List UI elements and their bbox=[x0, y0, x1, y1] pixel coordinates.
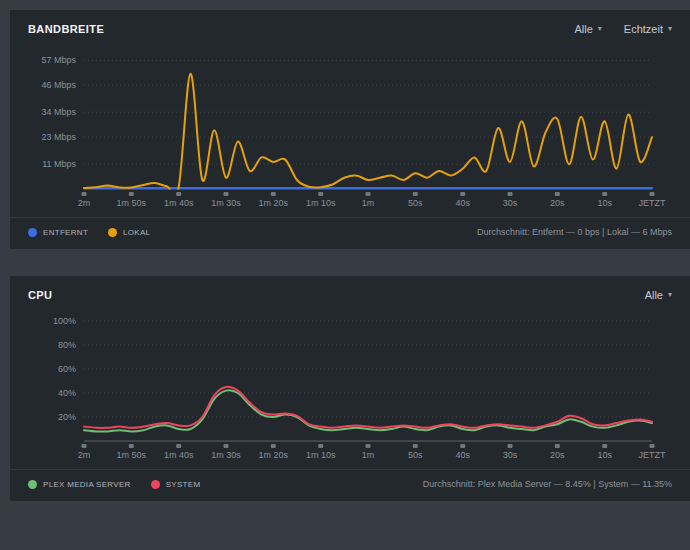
legend-label: PLEX MEDIA SERVER bbox=[43, 480, 131, 489]
svg-text:60%: 60% bbox=[58, 364, 76, 374]
cpu-panel-header: CPU Alle ▾ bbox=[10, 276, 690, 305]
svg-text:20s: 20s bbox=[550, 450, 565, 460]
cpu-legend: PLEX MEDIA SERVER SYSTEM bbox=[28, 480, 200, 489]
svg-text:1m 40s: 1m 40s bbox=[164, 450, 194, 460]
svg-text:11 Mbps: 11 Mbps bbox=[42, 159, 76, 169]
bandwidth-controls: Alle ▾ Echtzeit ▾ bbox=[574, 23, 672, 35]
legend-item-lokal: LOKAL bbox=[108, 228, 150, 237]
svg-text:1m: 1m bbox=[362, 198, 375, 208]
bandwidth-legend: ENTFERNT LOKAL bbox=[28, 228, 150, 237]
svg-text:1m 20s: 1m 20s bbox=[259, 450, 289, 460]
svg-text:2m: 2m bbox=[78, 450, 91, 460]
chevron-down-icon: ▾ bbox=[668, 25, 672, 33]
legend-dot bbox=[151, 480, 160, 489]
svg-text:1m 30s: 1m 30s bbox=[211, 450, 241, 460]
legend-item-system: SYSTEM bbox=[151, 480, 201, 489]
panel-title-cpu: CPU bbox=[28, 289, 52, 301]
svg-text:1m 10s: 1m 10s bbox=[306, 450, 336, 460]
legend-label: LOKAL bbox=[123, 228, 150, 237]
svg-text:10s: 10s bbox=[597, 198, 612, 208]
svg-text:1m 20s: 1m 20s bbox=[259, 198, 289, 208]
legend-dot bbox=[28, 480, 37, 489]
bandwidth-filter-dropdown[interactable]: Alle ▾ bbox=[574, 23, 601, 35]
svg-text:80%: 80% bbox=[58, 340, 76, 350]
dropdown-label: Alle bbox=[574, 23, 592, 35]
chevron-down-icon: ▾ bbox=[668, 291, 672, 299]
bandwidth-panel-footer: ENTFERNT LOKAL Durchschnitt: Entfernt — … bbox=[10, 217, 690, 249]
dropdown-label: Alle bbox=[645, 289, 663, 301]
svg-text:40%: 40% bbox=[58, 388, 76, 398]
cpu-panel-footer: PLEX MEDIA SERVER SYSTEM Durchschnitt: P… bbox=[10, 469, 690, 501]
svg-text:10s: 10s bbox=[597, 450, 612, 460]
bandwidth-panel-header: BANDBREITE Alle ▾ Echtzeit ▾ bbox=[10, 10, 690, 39]
svg-text:1m 30s: 1m 30s bbox=[211, 198, 241, 208]
bandwidth-average-summary: Durchschnitt: Entfernt — 0 bps | Lokal —… bbox=[477, 227, 672, 237]
svg-text:40s: 40s bbox=[455, 198, 470, 208]
svg-text:30s: 30s bbox=[503, 450, 518, 460]
svg-text:2m: 2m bbox=[78, 198, 91, 208]
dashboard: BANDBREITE Alle ▾ Echtzeit ▾ 11 Mbps23 M… bbox=[0, 0, 690, 531]
legend-label: SYSTEM bbox=[166, 480, 201, 489]
legend-dot bbox=[108, 228, 117, 237]
svg-text:1m 10s: 1m 10s bbox=[306, 198, 336, 208]
svg-text:JETZT: JETZT bbox=[639, 198, 666, 208]
svg-text:1m: 1m bbox=[362, 450, 375, 460]
legend-dot bbox=[28, 228, 37, 237]
legend-item-plex-media-server: PLEX MEDIA SERVER bbox=[28, 480, 131, 489]
svg-text:30s: 30s bbox=[503, 198, 518, 208]
svg-text:20s: 20s bbox=[550, 198, 565, 208]
legend-label: ENTFERNT bbox=[43, 228, 88, 237]
svg-text:57 Mbps: 57 Mbps bbox=[41, 55, 76, 65]
svg-text:100%: 100% bbox=[53, 316, 76, 326]
cpu-chart: 20%40%60%80%100%2m1m 50s1m 40s1m 30s1m 2… bbox=[26, 307, 674, 465]
svg-text:34 Mbps: 34 Mbps bbox=[41, 107, 76, 117]
svg-text:1m 50s: 1m 50s bbox=[117, 198, 147, 208]
svg-text:1m 50s: 1m 50s bbox=[117, 450, 147, 460]
svg-text:1m 40s: 1m 40s bbox=[164, 198, 194, 208]
legend-item-entfernt: ENTFERNT bbox=[28, 228, 88, 237]
cpu-controls: Alle ▾ bbox=[645, 289, 672, 301]
svg-text:23 Mbps: 23 Mbps bbox=[41, 132, 76, 142]
svg-text:40s: 40s bbox=[455, 450, 470, 460]
bandwidth-mode-dropdown[interactable]: Echtzeit ▾ bbox=[624, 23, 672, 35]
svg-text:JETZT: JETZT bbox=[639, 450, 666, 460]
cpu-average-summary: Durchschnitt: Plex Media Server — 8.45% … bbox=[423, 479, 672, 489]
cpu-panel: CPU Alle ▾ 20%40%60%80%100%2m1m 50s1m 40… bbox=[10, 276, 690, 501]
svg-text:50s: 50s bbox=[408, 198, 423, 208]
panel-title-bandwidth: BANDBREITE bbox=[28, 23, 104, 35]
chevron-down-icon: ▾ bbox=[598, 25, 602, 33]
bandwidth-panel: BANDBREITE Alle ▾ Echtzeit ▾ 11 Mbps23 M… bbox=[10, 10, 690, 249]
bandwidth-chart: 11 Mbps23 Mbps34 Mbps46 Mbps57 Mbps2m1m … bbox=[26, 41, 674, 213]
svg-text:46 Mbps: 46 Mbps bbox=[41, 80, 76, 90]
cpu-filter-dropdown[interactable]: Alle ▾ bbox=[645, 289, 672, 301]
dropdown-label: Echtzeit bbox=[624, 23, 663, 35]
svg-text:50s: 50s bbox=[408, 450, 423, 460]
svg-text:20%: 20% bbox=[58, 412, 76, 422]
